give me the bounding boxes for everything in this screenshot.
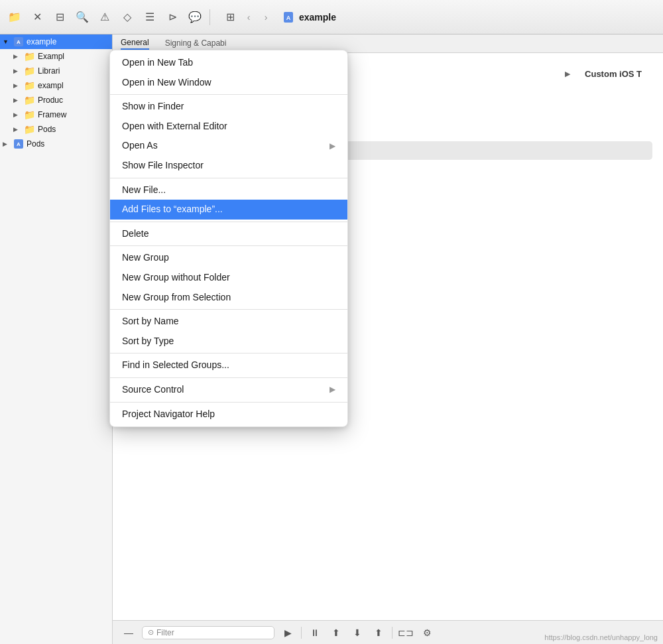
menu-sep-1 [110,94,347,95]
menu-sep-4 [110,245,347,246]
menu-item-sort-type[interactable]: Sort by Type [110,332,347,352]
triangle-framew: ▶ [13,111,21,118]
pause-bottom-icon[interactable]: ⏸ [307,625,323,641]
menu-item-open-new-tab[interactable]: Open in New Tab [110,53,347,73]
menu-label-source-control: Source Control [122,383,184,397]
menu-item-show-finder[interactable]: Show in Finder [110,97,347,117]
menu-item-new-file[interactable]: New File... [110,180,347,200]
menu-item-new-group[interactable]: New Group [110,248,347,268]
menu-item-show-inspector[interactable]: Show File Inspector [110,156,347,176]
sidebar-item-pods[interactable]: ▶ 📁 Pods [0,122,112,137]
nav-area: ⊞ ‹ › [221,8,274,27]
filter-placeholder[interactable]: Filter [156,628,174,637]
sidebar-label-produc: Produc [38,96,63,105]
list-toolbar-icon[interactable]: ☰ [141,8,159,27]
search-toolbar-icon[interactable]: 🔍 [73,8,91,27]
menu-label-show-finder: Show in Finder [122,100,184,113]
menu-item-open-external[interactable]: Open with External Editor [110,117,347,137]
forward-arrow[interactable]: › [258,9,274,25]
app-window: 📁 ✕ ⊟ 🔍 ⚠ ◇ ☰ ⊳ 💬 ⊞ ‹ › A example ▼ [0,0,663,644]
down-bottom-icon[interactable]: ⬇ [349,625,365,641]
custom-ios-label: Custom iOS T [574,64,652,84]
menu-label-find-groups: Find in Selected Groups... [122,359,229,372]
comment-toolbar-icon[interactable]: 💬 [186,8,204,27]
triangle-pods: ▶ [13,126,21,133]
triangle-produc: ▶ [13,97,21,103]
menu-item-open-new-window[interactable]: Open in New Window [110,73,347,93]
menu-item-find-groups[interactable]: Find in Selected Groups... [110,355,347,375]
sidebar-item-pods-project[interactable]: ▶ A Pods [0,137,112,151]
hierarchy-toolbar-icon[interactable]: ⊟ [50,8,69,27]
sidebar-label-exampl2: exampl [38,81,64,90]
triangle-open: ▼ [3,38,11,45]
sidebar-label-pods-project: Pods [27,139,44,149]
menu-label-sort-type: Sort by Type [122,335,174,348]
sidebar-item-librari[interactable]: ▶ 📁 Librari [0,64,112,78]
branch-bottom-icon[interactable]: ⚙ [419,625,435,641]
tab-general[interactable]: General [121,38,149,50]
x-toolbar-icon[interactable]: ✕ [28,8,46,27]
menu-item-open-as[interactable]: Open As ▶ [110,136,347,156]
sidebar-label-librari: Librari [38,66,60,76]
sidebar: ▼ A example ▶ 📁 Exampl ▶ 📁 Librari [0,34,113,644]
source-control-arrow: ▶ [330,384,335,395]
menu-label-delete: Delete [122,227,149,241]
menu-item-new-group-no-folder[interactable]: New Group without Folder [110,268,347,288]
tab-signing[interactable]: Signing & Capabi [165,38,227,49]
folder-icon-pods: 📁 [24,124,35,135]
context-menu: Open in New Tab Open in New Window Show … [109,50,348,427]
columns-bottom-icon[interactable]: ⊏⊐ [398,625,414,641]
up-bottom-icon[interactable]: ⬆ [328,625,344,641]
grid-toolbar-icon[interactable]: ⊞ [221,8,239,27]
sidebar-label-pods: Pods [38,125,56,134]
minus-bottom-icon[interactable]: — [121,625,137,641]
menu-sep-7 [110,377,347,378]
folder-toolbar-icon[interactable]: 📁 [5,8,24,27]
menu-label-open-external: Open with External Editor [122,120,227,133]
warning-toolbar-icon[interactable]: ⚠ [95,8,114,27]
triangle-collapsed: ▶ [13,53,21,60]
diamond-toolbar-icon[interactable]: ◇ [118,8,137,27]
menu-sep-5 [110,309,347,310]
svg-text:A: A [17,141,21,147]
sidebar-item-exampl2[interactable]: ▶ 📁 exampl [0,78,112,93]
menu-item-delete[interactable]: Delete [110,224,347,244]
menu-label-new-group-no-folder: New Group without Folder [122,271,230,285]
menu-sep-3 [110,222,347,222]
sidebar-item-exampl[interactable]: ▶ 📁 Exampl [0,49,112,64]
sidebar-item-example[interactable]: ▼ A example [0,34,112,49]
menu-item-sort-name[interactable]: Sort by Name [110,312,347,332]
svg-text:A: A [17,39,21,45]
sidebar-item-framew[interactable]: ▶ 📁 Framew [0,107,112,122]
watermark: https://blog.csdn.net/unhappy_long [544,633,658,641]
sidebar-item-label: example [27,37,56,46]
menu-item-source-control[interactable]: Source Control ▶ [110,380,347,400]
sidebar-item-produc[interactable]: ▶ 📁 Produc [0,93,112,107]
play-bottom-icon[interactable]: ▶ [280,625,296,641]
menu-label-new-group-from-sel: New Group from Selection [122,291,231,304]
menu-sep-6 [110,353,347,354]
folder-icon-produc: 📁 [24,95,35,105]
triangle-exampl2: ▶ [13,82,21,89]
menu-label-sort-name: Sort by Name [122,315,179,328]
menu-label-new-group: New Group [122,251,169,265]
menu-sep-8 [110,402,347,403]
menu-label-new-file: New File... [122,184,166,197]
back-arrow[interactable]: ‹ [241,9,257,25]
menu-label-open-as: Open As [122,139,158,153]
menu-item-add-files[interactable]: Add Files to “example”... [110,200,347,220]
filter-box: ⊙ Filter [142,626,274,639]
triangle-librari: ▶ [13,68,21,74]
sidebar-label-exampl: Exampl [38,52,64,61]
open-as-arrow: ▶ [330,141,335,152]
breadcrumb-title: example [299,12,336,23]
menu-item-help[interactable]: Project Navigator Help [110,405,347,424]
filter-circle-icon: ⊙ [148,628,154,637]
tag-toolbar-icon[interactable]: ⊳ [163,8,182,27]
menu-item-new-group-from-sel[interactable]: New Group from Selection [110,288,347,308]
bottom-sep-2 [392,627,392,639]
upload-bottom-icon[interactable]: ⬆ [371,625,387,641]
folder-icon-librari: 📁 [24,66,35,76]
project-file-icon: A [13,36,24,47]
bottom-sep-1 [301,627,302,639]
